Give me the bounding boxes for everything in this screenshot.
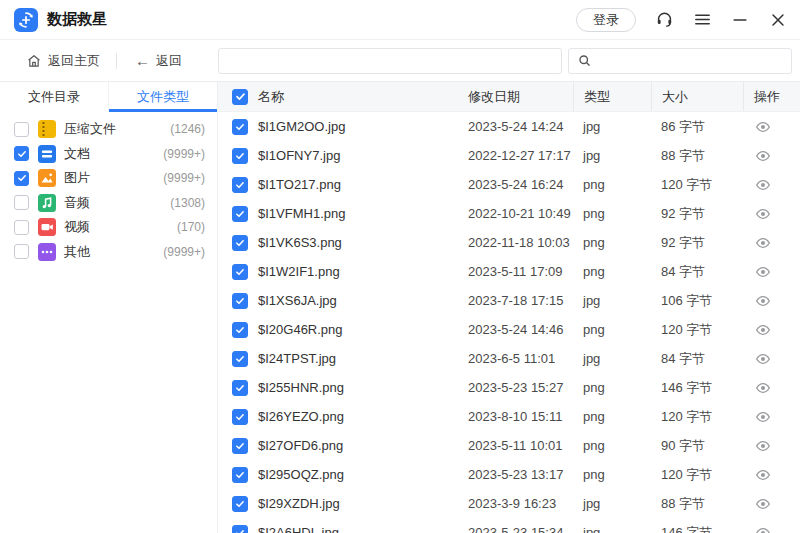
table-row[interactable]: $I26YEZO.png2023-8-10 15:11png120 字节: [218, 402, 800, 431]
back-arrow-icon: ←: [135, 53, 150, 68]
home-button[interactable]: 返回主页: [26, 52, 100, 70]
row-checkbox[interactable]: [232, 438, 248, 454]
file-date: 2023-8-10 15:11: [458, 409, 573, 424]
file-name-cell: $I26YEZO.png: [218, 409, 458, 425]
row-checkbox[interactable]: [232, 293, 248, 309]
column-header-date[interactable]: 修改日期: [458, 82, 573, 111]
file-type-checkbox[interactable]: [14, 220, 29, 235]
file-type-checkbox[interactable]: [14, 171, 29, 186]
table-row[interactable]: $I1TO217.png2023-5-24 16:24png120 字节: [218, 170, 800, 199]
file-action-cell: [743, 438, 800, 454]
preview-eye-icon[interactable]: [755, 206, 771, 222]
table-row[interactable]: $I255HNR.png2023-5-23 15:27png146 字节: [218, 373, 800, 402]
preview-eye-icon[interactable]: [755, 525, 771, 533]
file-type: jpg: [573, 525, 651, 533]
file-name: $I2A6HDL.jpg: [258, 525, 339, 533]
app-title: 数据救星: [47, 10, 107, 29]
preview-eye-icon[interactable]: [755, 148, 771, 164]
file-type-checkbox[interactable]: [14, 244, 29, 259]
file-action-cell: [743, 293, 800, 309]
row-checkbox[interactable]: [232, 206, 248, 222]
back-button[interactable]: ← 返回: [135, 52, 182, 70]
close-icon[interactable]: [768, 10, 788, 30]
tab-file-type[interactable]: 文件类型: [108, 82, 217, 112]
table-row[interactable]: $I1VFMH1.png2022-10-21 10:49png92 字节: [218, 199, 800, 228]
file-type-count: (9999+): [163, 171, 205, 185]
table-row[interactable]: $I2A6HDL.jpg2023-5-23 15:34jpg146 字节: [218, 518, 800, 533]
table-row[interactable]: $I1OFNY7.jpg2022-12-27 17:17jpg88 字节: [218, 141, 800, 170]
file-size: 86 字节: [651, 118, 743, 136]
table-row[interactable]: $I295OQZ.png2023-5-23 13:17png120 字节: [218, 460, 800, 489]
row-checkbox[interactable]: [232, 351, 248, 367]
row-checkbox[interactable]: [232, 496, 248, 512]
preview-eye-icon[interactable]: [755, 177, 771, 193]
file-date: 2023-3-9 16:23: [458, 496, 573, 511]
preview-eye-icon[interactable]: [755, 235, 771, 251]
file-size: 88 字节: [651, 495, 743, 513]
row-checkbox[interactable]: [232, 119, 248, 135]
table-row[interactable]: $I29XZDH.jpg2023-3-9 16:23jpg88 字节: [218, 489, 800, 518]
minimize-icon[interactable]: [730, 10, 750, 30]
file-action-cell: [743, 351, 800, 367]
preview-eye-icon[interactable]: [755, 467, 771, 483]
file-type-checkbox[interactable]: [14, 146, 29, 161]
file-name: $I20G46R.png: [258, 322, 343, 337]
tab-file-directory[interactable]: 文件目录: [0, 82, 108, 112]
column-header-type[interactable]: 类型: [573, 82, 651, 111]
row-checkbox[interactable]: [232, 148, 248, 164]
table-row[interactable]: $I1VK6S3.png2022-11-18 10:03png92 字节: [218, 228, 800, 257]
search-box[interactable]: [568, 48, 792, 74]
search-input[interactable]: [598, 54, 783, 68]
row-checkbox[interactable]: [232, 380, 248, 396]
row-checkbox[interactable]: [232, 177, 248, 193]
preview-eye-icon[interactable]: [755, 380, 771, 396]
table-row[interactable]: $I1XS6JA.jpg2023-7-18 17:15jpg106 字节: [218, 286, 800, 315]
preview-eye-icon[interactable]: [755, 293, 771, 309]
row-checkbox[interactable]: [232, 235, 248, 251]
header-name-cell: 名称: [218, 88, 458, 106]
file-type-checkbox[interactable]: [14, 195, 29, 210]
preview-eye-icon[interactable]: [755, 438, 771, 454]
file-type-item[interactable]: 压缩文件(1246): [0, 117, 217, 142]
file-name: $I1XS6JA.jpg: [258, 293, 337, 308]
row-checkbox[interactable]: [232, 525, 248, 533]
file-name: $I255HNR.png: [258, 380, 344, 395]
file-type-checkbox[interactable]: [14, 122, 29, 137]
preview-eye-icon[interactable]: [755, 264, 771, 280]
column-header-name[interactable]: 名称: [258, 88, 284, 106]
file-type-count: (9999+): [163, 147, 205, 161]
file-name: $I1OFNY7.jpg: [258, 148, 340, 163]
file-type-item[interactable]: 视频(170): [0, 215, 217, 240]
row-checkbox[interactable]: [232, 409, 248, 425]
table-row[interactable]: $I24TPST.jpg2023-6-5 11:01jpg84 字节: [218, 344, 800, 373]
path-input[interactable]: [218, 48, 562, 74]
select-all-checkbox[interactable]: [232, 89, 248, 105]
row-checkbox[interactable]: [232, 322, 248, 338]
preview-eye-icon[interactable]: [755, 322, 771, 338]
zip-icon: [38, 120, 56, 138]
table-row[interactable]: $I1GM2OO.jpg2023-5-24 14:24jpg86 字节: [218, 112, 800, 141]
preview-eye-icon[interactable]: [755, 351, 771, 367]
file-type-item[interactable]: 图片(9999+): [0, 166, 217, 191]
file-type-item[interactable]: 文档(9999+): [0, 142, 217, 167]
file-type-item[interactable]: 音频(1308): [0, 191, 217, 216]
preview-eye-icon[interactable]: [755, 409, 771, 425]
support-headset-icon[interactable]: [654, 10, 674, 30]
row-checkbox[interactable]: [232, 467, 248, 483]
file-date: 2023-7-18 17:15: [458, 293, 573, 308]
menu-icon[interactable]: [692, 10, 712, 30]
file-name-cell: $I1XS6JA.jpg: [218, 293, 458, 309]
file-action-cell: [743, 148, 800, 164]
table-row[interactable]: $I20G46R.png2023-5-24 14:46png120 字节: [218, 315, 800, 344]
file-type-item[interactable]: 其他(9999+): [0, 240, 217, 265]
preview-eye-icon[interactable]: [755, 496, 771, 512]
column-header-size[interactable]: 大小: [651, 82, 743, 111]
table-row[interactable]: $I27OFD6.png2023-5-11 10:01png90 字节: [218, 431, 800, 460]
column-header-action[interactable]: 操作: [743, 82, 800, 111]
row-checkbox[interactable]: [232, 264, 248, 280]
file-type-list: 压缩文件(1246)文档(9999+)图片(9999+)音频(1308)视频(1…: [0, 112, 217, 264]
file-size: 146 字节: [651, 379, 743, 397]
login-button[interactable]: 登录: [576, 8, 636, 32]
table-row[interactable]: $I1W2IF1.png2023-5-11 17:09png84 字节: [218, 257, 800, 286]
preview-eye-icon[interactable]: [755, 119, 771, 135]
